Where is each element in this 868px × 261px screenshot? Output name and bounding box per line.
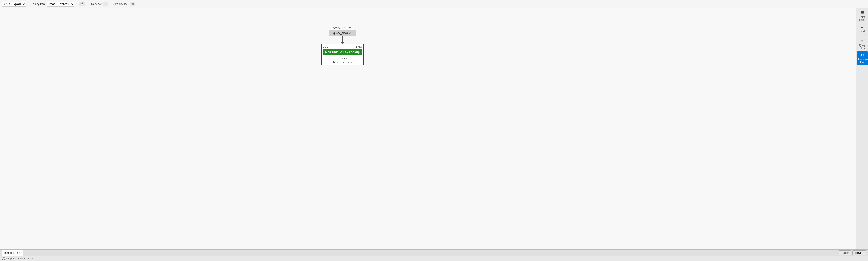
overview-label: Overview:: [90, 2, 102, 6]
view-source-label: View Source:: [113, 2, 128, 6]
sidebar-item-field-types[interactable]: ≡ Field Types: [857, 23, 868, 37]
tab-actions: Apply Revert: [839, 250, 866, 255]
sidebar-item-execution-plan[interactable]: ⚙ Execution Plan: [857, 52, 868, 65]
overview-button[interactable]: ⊙: [103, 2, 108, 6]
toolbar-divider-1: [28, 2, 28, 6]
main-area: Query cost: 0.35 query_block #1 0.35 1 r…: [0, 8, 868, 250]
lookup-table-name: member idx_member_name: [323, 57, 362, 64]
bottom-tabs: member 13 ✕ Apply Revert: [0, 250, 868, 256]
display-info-label: Display Info:: [31, 2, 45, 6]
action-output-label: Action Output: [18, 257, 33, 260]
canvas-area[interactable]: Query cost: 0.35 query_block #1 0.35 1 r…: [0, 8, 856, 250]
rows-value: 1 row: [356, 45, 362, 48]
output-separator: ::: [15, 257, 17, 260]
output-icon: 🖨: [2, 257, 5, 260]
sidebar-item-execution-plan-label: Execution Plan: [858, 58, 868, 64]
toolbar: Visual Explain Display Info: Read + Eval…: [0, 0, 868, 8]
right-sidebar: ☰ Form Editor ≡ Field Types ≡ Query Stat…: [856, 8, 868, 250]
diagram-container: Query cost: 0.35 query_block #1 0.35 1 r…: [321, 26, 364, 65]
arrow-down: [341, 42, 344, 44]
save-button[interactable]: 💾: [79, 2, 85, 6]
toolbar-divider-2: [76, 2, 77, 6]
tab-member13[interactable]: member 13 ✕: [2, 250, 23, 256]
view-mode-select[interactable]: Visual Explain: [2, 2, 26, 6]
sidebar-item-form-editor-label: Form Editor: [859, 16, 865, 21]
execution-plan-icon: ⚙: [858, 53, 867, 58]
sidebar-item-form-editor[interactable]: ☰ Form Editor: [857, 9, 868, 23]
output-bar: 🖨 Output :: Action Output: [0, 256, 868, 261]
connector-line: [342, 36, 343, 42]
display-info-select[interactable]: Read + Eval cost: [47, 2, 74, 6]
output-label: Output: [6, 257, 14, 260]
overview-icon: ⊙: [104, 2, 106, 5]
cost-value: 0.35: [323, 45, 328, 48]
sidebar-item-query-stats[interactable]: ≡ Query Stats: [857, 37, 868, 51]
revert-button[interactable]: Revert: [852, 250, 866, 255]
source-icon: ▤: [131, 2, 133, 5]
sidebar-item-query-stats-label: Query Stats: [859, 44, 865, 50]
save-icon: 💾: [81, 2, 84, 5]
apply-button[interactable]: Apply: [839, 250, 851, 255]
toolbar-divider-3: [87, 2, 88, 6]
lookup-box[interactable]: 0.35 1 row Non-Unique Key Lookup member …: [321, 44, 364, 65]
lookup-stats-row: 0.35 1 row: [323, 45, 362, 48]
query-stats-icon: ≡: [858, 39, 867, 43]
query-cost-label: Query cost: 0.35: [333, 26, 352, 29]
view-source-button[interactable]: ▤: [130, 2, 135, 6]
form-editor-icon: ☰: [858, 10, 867, 15]
sidebar-item-field-types-label: Field Types: [859, 30, 865, 35]
tab-member13-close[interactable]: ✕: [19, 252, 21, 254]
lookup-btn[interactable]: Non-Unique Key Lookup: [323, 49, 362, 55]
tab-member13-label: member 13: [4, 251, 18, 255]
query-block-node[interactable]: query_block #1: [329, 30, 356, 36]
field-types-icon: ≡: [858, 25, 867, 29]
